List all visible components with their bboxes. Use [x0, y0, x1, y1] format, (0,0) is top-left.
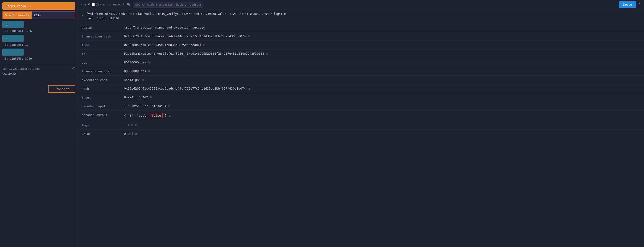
copy-from-icon[interactable]: ⧉: [204, 43, 206, 47]
copy-to-icon[interactable]: ⧉: [266, 52, 268, 56]
label-input: input: [82, 96, 119, 99]
copy-txhash-icon[interactable]: ⧉: [248, 35, 250, 38]
gas-text: 80000000 gas: [124, 60, 146, 64]
value-execcost: 33313 gas ⧉: [124, 78, 640, 82]
copy-execcost-icon[interactable]: ⧉: [142, 78, 144, 82]
copy-txcost-icon[interactable]: ⧉: [148, 70, 150, 73]
copy-input-icon[interactable]: ⧉: [150, 96, 152, 99]
counter-badge: 0: [88, 3, 90, 6]
detail-row-input: input 0xaa4...004d2 ⧉: [78, 93, 644, 102]
txcost-text: 80000000 gas: [124, 69, 146, 73]
listen-checkbox[interactable]: listen on network: [92, 3, 125, 6]
copy-gas-icon[interactable]: ⧉: [148, 61, 150, 64]
search-input[interactable]: [133, 2, 204, 8]
step3-button[interactable]: Step3_rando...: [2, 2, 75, 10]
right-panel: ‹ ◉ 0 listen on network 🔍 Debug ⌃ ✔ [vm]…: [78, 0, 644, 247]
collapse-button[interactable]: ⌃: [638, 2, 641, 7]
detail-row-txcost: transaction cost 80000000 gas ⧉: [78, 67, 644, 76]
g-result: 0: uint256: 11: [2, 43, 75, 47]
low-level-title: Low level interactions: [2, 68, 40, 71]
value-decoded-input: { "uint256 r": "1234" } ⧉: [124, 104, 640, 108]
decoded-output-pre: { "0": "bool:: [124, 114, 148, 117]
decoded-input-text: { "uint256 r": "1234" }: [124, 104, 166, 108]
value-value: 0 wei ⧉: [124, 132, 640, 136]
detail-row-hash: hash 0x15c6205451c43556acaa5cadc4e44cf79…: [78, 84, 644, 93]
execcost-text: 33313 gas: [124, 78, 140, 82]
label-hash: hash: [82, 87, 119, 90]
listen-label: listen on network: [96, 3, 125, 6]
details-table: status true Transaction mined and execut…: [78, 23, 644, 247]
step45-input[interactable]: [32, 12, 75, 19]
detail-row-logs: logs [ ] ⧉ ⧉: [78, 121, 644, 130]
detail-row-to: to FiatShamir.Step45_verify(uint256) 0xd…: [78, 50, 644, 58]
input-text: 0xaa4...004d2: [124, 96, 148, 99]
label-gas: gas: [82, 60, 119, 64]
info-icon[interactable]: ⓘ: [72, 67, 75, 71]
copy-hash-icon[interactable]: ⧉: [248, 87, 250, 90]
tx-banner: ✔ [vm] from: 0x5B3...eddC4 to: FiatShami…: [78, 10, 644, 23]
g-button[interactable]: g: [2, 35, 24, 42]
copy-logs-icon2[interactable]: ⧉: [135, 124, 138, 127]
chevron-left-icon[interactable]: ‹: [80, 3, 82, 6]
label-decoded-output: decoded output: [82, 113, 119, 117]
label-from: from: [82, 43, 119, 47]
search-icon-button[interactable]: 🔍: [127, 3, 131, 6]
step45-label[interactable]: Step45_verify: [3, 12, 32, 19]
value-from: 0x5B38Da6a701c568545dCfcB03FcB875f56bedd…: [124, 43, 640, 47]
value-to: FiatShamir.Step45_verify(uint256) 0xd914…: [124, 52, 640, 56]
label-txcost: transaction cost: [82, 69, 119, 73]
success-icon: ✔: [82, 12, 84, 17]
value-logs: [ ] ⧉ ⧉: [124, 123, 640, 127]
tx-banner-hash: hash: 0x15c...8d074: [86, 17, 119, 20]
value-gas: 80000000 gas ⧉: [124, 60, 640, 64]
to-text: FiatShamir.Step45_verify(uint256) 0xd914…: [124, 52, 264, 56]
decoded-output-false: false: [150, 113, 163, 118]
function-g-section: g 0: uint256: 11: [2, 35, 75, 47]
label-status: status: [82, 26, 119, 30]
label-decoded-input: decoded input: [82, 104, 119, 108]
clock-icon: ◉: [84, 3, 86, 6]
value-text: 0 wei: [124, 132, 133, 136]
label-logs: logs: [82, 123, 119, 127]
n-result: 0: uint256: 8269: [2, 57, 75, 61]
top-bar: ‹ ◉ 0 listen on network 🔍 Debug ⌃: [78, 0, 644, 10]
value-input: 0xaa4...004d2 ⧉: [124, 96, 640, 99]
logs-text: [ ]: [124, 123, 130, 127]
tx-banner-line1: [vm] from: 0x5B3...eddC4 to: FiatShamir.…: [86, 12, 286, 16]
tx-banner-text: [vm] from: 0x5B3...eddC4 to: FiatShamir.…: [86, 12, 640, 21]
label-execcost: execution cost: [82, 78, 119, 82]
c-result: 0: uint256: 1125: [2, 29, 75, 33]
step45-row: Step45_verify ▾: [2, 11, 75, 19]
copy-value-icon[interactable]: ⧉: [135, 132, 137, 136]
low-level-section: Low level interactions ⓘ CALLDATA Transa…: [2, 65, 75, 93]
label-txhash: transaction hash: [82, 34, 119, 38]
txhash-text: 0x15c6205451c43556acaa5cadc4e44cf793e77c…: [124, 34, 246, 38]
detail-row-decoded-output: decoded output { "0": "bool: false } ⧉: [78, 110, 644, 121]
label-to: to: [82, 52, 119, 56]
detail-row-decoded-input: decoded input { "uint256 r": "1234" } ⧉: [78, 102, 644, 110]
c-button[interactable]: c: [2, 21, 24, 28]
value-txcost: 80000000 gas ⧉: [124, 69, 640, 73]
copy-decoded-input-icon[interactable]: ⧉: [168, 104, 170, 108]
function-n-section: n 0: uint256: 8269: [2, 48, 75, 61]
detail-row-execcost: execution cost 33313 gas ⧉: [78, 76, 644, 84]
from-text: 0x5B38Da6a701c568545dCfcB03FcB875f56bedd…: [124, 43, 202, 47]
debug-button[interactable]: Debug: [619, 2, 636, 8]
low-level-header: Low level interactions ⓘ: [2, 67, 75, 71]
value-hash: 0x15c6205451c43556acaa5cadc4e44cf793e77c…: [124, 87, 640, 90]
detail-row-value: value 0 wei ⧉: [78, 130, 644, 138]
listen-checkbox-input[interactable]: [92, 3, 95, 6]
function-c-section: c 0: uint256: 1125: [2, 21, 75, 33]
copy-logs-icon[interactable]: ⧉: [131, 124, 134, 127]
copy-decoded-output-icon[interactable]: ⧉: [168, 114, 171, 117]
detail-row-txhash: transaction hash 0x15c6205451c43556acaa5…: [78, 32, 644, 41]
hash-text: 0x15c6205451c43556acaa5cadc4e44cf793e77c…: [124, 87, 246, 90]
n-button[interactable]: n: [2, 48, 24, 56]
value-status: true Transaction mined and execution suc…: [124, 26, 640, 29]
transact-button[interactable]: Transact: [48, 85, 75, 93]
detail-row-gas: gas 80000000 gas ⧉: [78, 58, 644, 67]
calldata-label: CALLDATA: [2, 72, 75, 76]
value-txhash: 0x15c6205451c43556acaa5cadc4e44cf793e77c…: [124, 34, 640, 38]
label-value: value: [82, 132, 119, 136]
left-panel: Step3_rando... Step45_verify ▾ c 0: uint…: [0, 0, 78, 247]
